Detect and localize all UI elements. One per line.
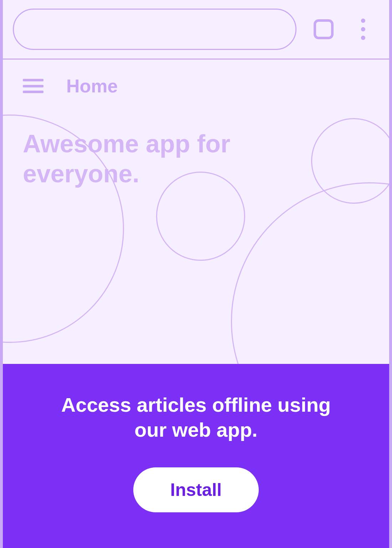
- decorative-circle-icon: [231, 182, 389, 373]
- page-title: Home: [66, 75, 118, 97]
- tab-switcher-icon[interactable]: [314, 19, 334, 39]
- device-frame: Home Awesome app for everyone. Access ar…: [0, 0, 392, 548]
- banner-message: Access articles offline using our web ap…: [43, 392, 349, 442]
- hamburger-icon[interactable]: [23, 79, 43, 93]
- url-bar[interactable]: [13, 9, 296, 50]
- hero-headline: Awesome app for everyone.: [3, 111, 281, 189]
- browser-toolbar: [3, 0, 389, 60]
- install-banner: Access articles offline using our web ap…: [3, 364, 389, 548]
- overflow-menu-icon[interactable]: [351, 17, 376, 42]
- install-button[interactable]: Install: [133, 467, 259, 512]
- app-bar: Home: [3, 60, 389, 111]
- hero-section: Awesome app for everyone.: [3, 111, 389, 373]
